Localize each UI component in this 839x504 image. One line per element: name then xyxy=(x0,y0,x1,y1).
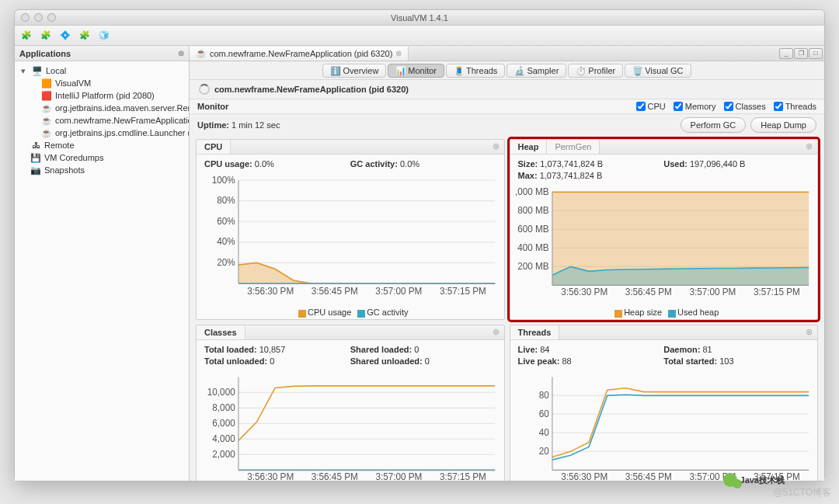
tb-icon-2[interactable]: 🧩 xyxy=(37,28,54,43)
java-icon: ☕ xyxy=(196,48,207,59)
chk-threads[interactable]: Threads xyxy=(774,102,816,111)
chart-close-icon[interactable]: ⊗ xyxy=(801,325,817,339)
heap-plot: 200 MB400 MB600 MB800 MB1,000 MB3:56:30 … xyxy=(515,188,813,297)
svg-text:2,000: 2,000 xyxy=(212,449,235,460)
profiler-icon: ⏱️ xyxy=(576,66,585,75)
svg-text:40: 40 xyxy=(538,427,548,438)
permgen-tab[interactable]: PermGen xyxy=(547,140,600,154)
tb-icon-3[interactable]: 💠 xyxy=(57,28,74,43)
tree-node-jps[interactable]: ☕org.jetbrains.jps.cmdline.Launcher (pid… xyxy=(15,127,189,139)
svg-text:80%: 80% xyxy=(217,195,235,207)
subtab-visualgc[interactable]: 🗑️Visual GC xyxy=(625,64,691,78)
idea-icon: 🟥 xyxy=(41,90,52,101)
spinner-icon xyxy=(199,84,210,95)
chart-close-icon[interactable]: ⊗ xyxy=(801,140,817,154)
perform-gc-button[interactable]: Perform GC xyxy=(681,117,747,133)
subtab-monitor[interactable]: 📊Monitor xyxy=(388,64,444,78)
svg-text:3:57:00 PM: 3:57:00 PM xyxy=(375,286,422,297)
svg-text:6,000: 6,000 xyxy=(212,418,235,429)
snapshot-icon: 📷 xyxy=(30,165,41,176)
svg-text:3:56:30 PM: 3:56:30 PM xyxy=(247,472,294,481)
titlebar[interactable]: VisualVM 1.4.1 xyxy=(15,10,824,26)
svg-text:3:57:15 PM: 3:57:15 PM xyxy=(440,472,486,481)
heap-legend: Heap sizeUsed heap xyxy=(510,308,818,318)
java-icon: ☕ xyxy=(41,127,52,138)
uptime: Uptime: 1 min 12 sec xyxy=(197,120,280,130)
editor-tabbar: ☕ com.newframe.NewFrameApplication (pid … xyxy=(190,46,824,61)
editor-tab-newframe[interactable]: ☕ com.newframe.NewFrameApplication (pid … xyxy=(190,47,409,61)
cpu-tab[interactable]: CPU xyxy=(197,140,231,154)
svg-text:20: 20 xyxy=(538,446,548,457)
tree-node-intellij[interactable]: 🟥IntelliJ Platform (pid 2080) xyxy=(15,89,189,102)
subtab-sampler[interactable]: 🔬Sampler xyxy=(507,64,566,78)
tree-node-remote[interactable]: 🖧Remote xyxy=(15,139,189,151)
svg-text:200 MB: 200 MB xyxy=(517,260,548,271)
tree-node-local[interactable]: ▾🖥️Local xyxy=(15,64,189,77)
traffic-zoom[interactable] xyxy=(47,13,56,22)
cpu-chart: CPU⊗ CPU usage: 0.0% GC activity: 0.0% 2… xyxy=(196,139,505,320)
sidebar-header: Applications ⊗ xyxy=(15,46,189,61)
wechat-overlay: Java技术栈 xyxy=(723,473,785,487)
heap-tab[interactable]: Heap xyxy=(510,140,548,154)
subtab-profiler[interactable]: ⏱️Profiler xyxy=(568,64,623,78)
svg-text:3:56:45 PM: 3:56:45 PM xyxy=(312,286,358,297)
svg-text:20%: 20% xyxy=(217,257,235,269)
svg-text:80: 80 xyxy=(538,390,548,401)
traffic-min[interactable] xyxy=(34,13,43,22)
threads-chart: Threads⊗ Live: 84Live peak: 88 Daemon: 8… xyxy=(510,325,819,481)
main-panel: ☕ com.newframe.NewFrameApplication (pid … xyxy=(190,46,824,481)
subtab-threads[interactable]: 🧵Threads xyxy=(446,64,505,78)
svg-text:3:56:45 PM: 3:56:45 PM xyxy=(625,472,671,481)
vvm-icon: 🟧 xyxy=(41,78,52,89)
java-icon: ☕ xyxy=(41,103,52,113)
classes-tab[interactable]: Classes xyxy=(197,325,245,339)
pane-min-icon[interactable]: _ xyxy=(779,48,793,59)
cpu-plot: 20%40%60%80%100%3:56:30 PM3:56:45 PM3:57… xyxy=(201,176,500,297)
svg-text:3:57:15 PM: 3:57:15 PM xyxy=(440,286,486,297)
pane-restore-icon[interactable]: ❐ xyxy=(794,48,808,59)
svg-text:3:56:45 PM: 3:56:45 PM xyxy=(625,287,671,297)
svg-text:3:57:00 PM: 3:57:00 PM xyxy=(375,472,422,481)
tree-node-maven[interactable]: ☕org.jetbrains.idea.maven.server.RemoteM… xyxy=(15,102,189,114)
svg-text:40%: 40% xyxy=(217,236,235,248)
svg-text:3:57:15 PM: 3:57:15 PM xyxy=(753,287,799,297)
watermark: @51CTO博客 xyxy=(773,486,831,499)
tree-node-newframe[interactable]: ☕com.newframe.NewFrameApplication (pid 6… xyxy=(15,114,189,127)
chk-classes[interactable]: Classes xyxy=(724,102,766,111)
chart-close-icon[interactable]: ⊗ xyxy=(488,140,504,154)
tb-icon-1[interactable]: 🧩 xyxy=(18,28,35,43)
svg-text:4,000: 4,000 xyxy=(212,433,235,444)
applications-tree: ▾🖥️Local 🟧VisualVM 🟥IntelliJ Platform (p… xyxy=(15,61,189,179)
sidebar-close-icon[interactable]: ⊗ xyxy=(178,49,184,57)
java-icon: ☕ xyxy=(41,115,52,126)
svg-text:100%: 100% xyxy=(212,176,235,186)
tb-icon-5[interactable]: 🧊 xyxy=(96,28,113,43)
pane-max-icon[interactable]: □ xyxy=(809,48,823,59)
host-icon: 🖥️ xyxy=(32,65,43,76)
classes-plot: 2,0004,0006,0008,00010,0003:56:30 PM3:56… xyxy=(201,373,500,481)
tree-node-snapshots[interactable]: 📷Snapshots xyxy=(15,164,189,176)
monitor-header: Monitor CPU Memory Classes Threads xyxy=(190,99,824,114)
traffic-close[interactable] xyxy=(21,13,30,22)
tree-node-visualvm[interactable]: 🟧VisualVM xyxy=(15,77,189,89)
cpu-legend: CPU usageGC activity xyxy=(197,308,504,318)
heap-dump-button[interactable]: Heap Dump xyxy=(750,117,816,133)
tree-node-coredumps[interactable]: 💾VM Coredumps xyxy=(15,151,189,164)
threads-tab[interactable]: Threads xyxy=(510,325,560,339)
coredump-icon: 💾 xyxy=(30,152,41,163)
chk-memory[interactable]: Memory xyxy=(674,102,716,111)
chart-close-icon[interactable]: ⊗ xyxy=(488,325,504,339)
chk-cpu[interactable]: CPU xyxy=(636,102,666,111)
threads-plot: 204060803:56:30 PM3:56:45 PM3:57:00 PM3:… xyxy=(515,373,813,481)
subtab-overview[interactable]: ℹ️Overview xyxy=(322,64,386,78)
tb-icon-4[interactable]: 🧩 xyxy=(76,28,93,43)
classes-chart: Classes⊗ Total loaded: 10,857Total unloa… xyxy=(196,325,505,481)
close-tab-icon[interactable]: ⊗ xyxy=(395,49,402,57)
applications-sidebar: Applications ⊗ ▾🖥️Local 🟧VisualVM 🟥Intel… xyxy=(15,46,190,481)
charts-grid: CPU⊗ CPU usage: 0.0% GC activity: 0.0% 2… xyxy=(190,136,824,481)
action-row: Uptime: 1 min 12 sec Perform GC Heap Dum… xyxy=(190,114,824,136)
svg-text:600 MB: 600 MB xyxy=(517,223,548,234)
svg-text:800 MB: 800 MB xyxy=(517,204,548,215)
sampler-icon: 🔬 xyxy=(514,66,524,75)
svg-text:1,000 MB: 1,000 MB xyxy=(515,188,549,197)
